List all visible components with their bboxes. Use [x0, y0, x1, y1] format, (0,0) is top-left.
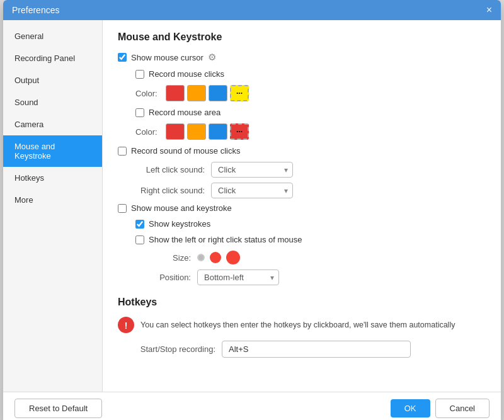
right-click-sound-row: Right click sound: Click — [118, 183, 486, 198]
hotkeys-title: Hotkeys — [118, 297, 486, 308]
left-click-sound-dropdown[interactable]: Click — [211, 162, 293, 178]
show-mouse-keystroke-row: Show mouse and keystroke — [118, 203, 486, 213]
record-mouse-clicks-label: Record mouse clicks — [149, 69, 224, 79]
position-dropdown-wrapper: Bottom-left — [197, 270, 279, 285]
right-click-dropdown-wrapper: Click — [211, 183, 293, 198]
mouse-keystroke-title: Mouse and Keystroke — [118, 31, 486, 43]
show-mouse-cursor-row: Show mouse cursor ⚙ — [118, 52, 486, 63]
info-icon: ! — [118, 317, 134, 333]
info-text: You can select hotkeys then enter the ho… — [140, 321, 455, 329]
show-mouse-keystroke-label: Show mouse and keystroke — [131, 203, 232, 213]
right-click-sound-label: Right click sound: — [135, 186, 205, 195]
show-click-status-label: Show the left or right click status of m… — [149, 235, 302, 244]
size-label: Size: — [153, 253, 191, 263]
left-click-dropdown-wrapper: Click — [211, 162, 293, 178]
left-click-sound-row: Left click sound: Click — [118, 162, 486, 178]
record-mouse-area-label: Record mouse area — [149, 108, 220, 117]
sidebar-item-hotkeys[interactable]: Hotkeys — [3, 167, 102, 189]
dialog-body: General Recording Panel Output Sound Cam… — [3, 20, 501, 392]
color-swatch-custom-2[interactable]: ··· — [230, 123, 249, 140]
color-label-2: Color: — [135, 127, 159, 137]
color-row-2: Color: ··· — [118, 123, 486, 140]
size-large[interactable] — [226, 251, 240, 264]
color-swatch-red-2[interactable] — [166, 123, 185, 140]
footer-right-buttons: OK Cancel — [391, 399, 490, 418]
position-row: Position: Bottom-left — [118, 270, 486, 285]
show-click-status-row: Show the left or right click status of m… — [118, 235, 486, 244]
color-swatch-custom-1[interactable]: ··· — [230, 85, 249, 101]
show-click-status-checkbox[interactable] — [135, 236, 144, 244]
title-bar: Preferences × — [3, 0, 501, 20]
show-mouse-cursor-checkbox[interactable] — [118, 53, 127, 62]
reset-button[interactable]: Reset to Default — [14, 399, 102, 418]
record-sound-checkbox[interactable] — [118, 147, 127, 156]
sidebar-item-output[interactable]: Output — [3, 69, 102, 91]
show-keystrokes-label: Show keystrokes — [149, 219, 210, 229]
size-options — [197, 251, 240, 264]
sidebar-item-recording-panel[interactable]: Recording Panel — [3, 47, 102, 69]
show-mouse-cursor-label: Show mouse cursor — [131, 53, 203, 62]
content-area: Mouse and Keystroke Show mouse cursor ⚙ … — [103, 20, 501, 369]
record-mouse-area-row: Record mouse area — [118, 108, 486, 117]
info-box: ! You can select hotkeys then enter the … — [118, 317, 486, 333]
cancel-button[interactable]: Cancel — [435, 399, 490, 418]
start-stop-input[interactable] — [222, 341, 411, 358]
preferences-dialog: Preferences × General Recording Panel Ou… — [3, 0, 501, 420]
sidebar: General Recording Panel Output Sound Cam… — [3, 20, 103, 392]
right-click-sound-dropdown[interactable]: Click — [211, 183, 293, 198]
color-swatch-orange-1[interactable] — [187, 85, 206, 101]
color-swatch-orange-2[interactable] — [187, 123, 206, 140]
size-medium[interactable] — [210, 252, 221, 263]
record-sound-label: Record sound of mouse clicks — [131, 146, 240, 156]
record-sound-row: Record sound of mouse clicks — [118, 146, 486, 156]
size-row: Size: — [118, 251, 486, 264]
sidebar-item-mouse-keystroke[interactable]: Mouse and Keystroke — [3, 135, 102, 167]
footer: Reset to Default OK Cancel — [3, 392, 501, 420]
color-label-1: Color: — [135, 89, 159, 98]
left-click-sound-label: Left click sound: — [135, 165, 205, 174]
size-small[interactable] — [197, 254, 205, 261]
start-stop-row: Start/Stop recording: — [118, 341, 486, 358]
show-keystrokes-checkbox[interactable] — [135, 220, 144, 229]
content-wrapper: Mouse and Keystroke Show mouse cursor ⚙ … — [103, 20, 501, 392]
position-label: Position: — [153, 273, 191, 282]
start-stop-label: Start/Stop recording: — [118, 344, 215, 354]
show-mouse-keystroke-checkbox[interactable] — [118, 204, 127, 213]
close-button[interactable]: × — [486, 5, 492, 15]
show-keystrokes-row: Show keystrokes — [118, 219, 486, 229]
sidebar-item-general[interactable]: General — [3, 25, 102, 47]
record-mouse-area-checkbox[interactable] — [135, 108, 144, 117]
record-mouse-clicks-row: Record mouse clicks — [118, 69, 486, 79]
dialog-title: Preferences — [12, 5, 59, 15]
sidebar-item-camera[interactable]: Camera — [3, 113, 102, 135]
sidebar-item-sound[interactable]: Sound — [3, 91, 102, 113]
position-dropdown[interactable]: Bottom-left — [197, 270, 279, 285]
ok-button[interactable]: OK — [391, 399, 430, 417]
color-row-1: Color: ··· — [118, 85, 486, 101]
record-mouse-clicks-checkbox[interactable] — [135, 70, 144, 79]
hotkeys-section: Hotkeys ! You can select hotkeys then en… — [118, 297, 486, 358]
color-swatch-blue-1[interactable] — [209, 85, 227, 101]
sidebar-item-more[interactable]: More — [3, 189, 102, 211]
color-swatch-red-1[interactable] — [166, 85, 185, 101]
gear-icon[interactable]: ⚙ — [208, 52, 216, 63]
color-swatch-blue-2[interactable] — [209, 123, 227, 140]
